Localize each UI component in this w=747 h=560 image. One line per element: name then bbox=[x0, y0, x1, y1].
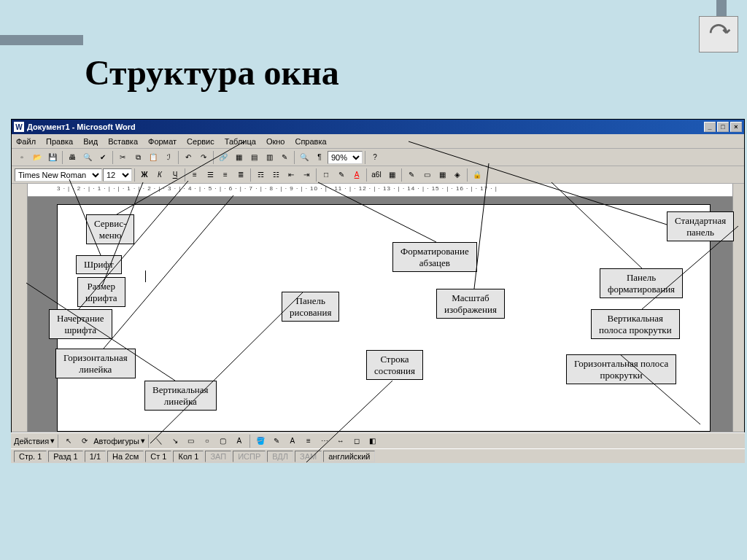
table-icon[interactable]: ▦ bbox=[231, 150, 246, 165]
decoration-bar-h bbox=[0, 35, 83, 45]
align-center-icon[interactable]: ☰ bbox=[203, 168, 217, 182]
extra5-icon[interactable]: ▦ bbox=[435, 168, 449, 182]
actions-button[interactable]: Действия bbox=[14, 437, 49, 446]
status-trk: ИСПР bbox=[233, 451, 266, 462]
save-icon[interactable]: 💾 bbox=[45, 150, 60, 165]
standard-toolbar: ▫ 📂 💾 🖶 🔍 ✔ ✂ ⧉ 📋 ℐ ↶ ↷ 🔗 ▦ ▤ ▥ ✎ 🔍 ¶ 90… bbox=[12, 149, 744, 166]
extra4-icon[interactable]: ▭ bbox=[419, 168, 434, 182]
fill-color-icon[interactable]: 🪣 bbox=[253, 434, 268, 448]
formatting-toolbar: Times New Roman 12 Ж К Ч ≡ ☰ ≡ ≣ ☶ ☷ ⇤ ⇥… bbox=[12, 166, 744, 184]
line-shape-icon[interactable]: ＼ bbox=[152, 434, 166, 448]
vertical-scrollbar[interactable] bbox=[732, 184, 744, 432]
dash-style-icon[interactable]: ⋯ bbox=[317, 434, 332, 448]
menu-tools[interactable]: Сервис bbox=[187, 137, 214, 146]
border-icon[interactable]: □ bbox=[319, 168, 333, 182]
paste-icon[interactable]: 📋 bbox=[146, 150, 160, 165]
preview-icon[interactable]: 🔍 bbox=[80, 150, 95, 165]
menu-help[interactable]: Справка bbox=[295, 137, 326, 146]
drawing-icon[interactable]: ✎ bbox=[277, 150, 292, 165]
extra3-icon[interactable]: ✎ bbox=[404, 168, 419, 182]
underline-button[interactable]: Ч bbox=[168, 168, 182, 182]
print-icon[interactable]: 🖶 bbox=[65, 150, 80, 165]
pointer-icon[interactable]: ↖ bbox=[61, 434, 76, 448]
map-icon[interactable]: 🔍 bbox=[297, 150, 311, 165]
callout-font-style: Начертаниешрифта bbox=[49, 309, 112, 339]
font-color-icon[interactable]: A bbox=[349, 168, 364, 182]
bullet-list-icon[interactable]: ☷ bbox=[268, 168, 283, 182]
status-pages: 1/1 bbox=[85, 451, 106, 462]
extra2-icon[interactable]: ▦ bbox=[384, 168, 399, 182]
status-ext: ВДЛ bbox=[267, 451, 293, 462]
rotate-icon[interactable]: ⟳ bbox=[77, 434, 92, 448]
callout-service-menu: Сервис-меню bbox=[86, 214, 134, 244]
bold-button[interactable]: Ж bbox=[137, 168, 152, 182]
minimize-button[interactable]: _ bbox=[704, 122, 716, 132]
callout-font-size: Размершрифта bbox=[77, 277, 125, 307]
horizontal-ruler[interactable]: 3 · | · 2 · | · 1 · | · | · 1 · | · 2 · … bbox=[28, 184, 732, 197]
undo-icon[interactable]: ↶ bbox=[181, 150, 196, 165]
callout-status-line: Строкасостояния bbox=[366, 350, 423, 380]
indent-icon[interactable]: ⇥ bbox=[299, 168, 314, 182]
redo-icon[interactable]: ↷ bbox=[196, 150, 211, 165]
font-size-select[interactable]: 12 bbox=[103, 168, 132, 182]
vertical-ruler[interactable] bbox=[12, 184, 28, 432]
spell-icon[interactable]: ✔ bbox=[96, 150, 110, 165]
copy-icon[interactable]: ⧉ bbox=[131, 150, 145, 165]
callout-scale: Масштабизображения bbox=[436, 289, 505, 319]
callout-draw-panel: Панельрисования bbox=[282, 292, 339, 322]
arrow-shape-icon[interactable]: ↘ bbox=[168, 434, 182, 448]
justify-icon[interactable]: ≣ bbox=[233, 168, 248, 182]
font-select[interactable]: Times New Roman bbox=[15, 168, 102, 182]
menu-table[interactable]: Таблица bbox=[225, 137, 256, 146]
callout-para-format: Форматированиеабзацев bbox=[392, 242, 477, 272]
menu-file[interactable]: Файл bbox=[16, 137, 36, 146]
highlight-icon[interactable]: ✎ bbox=[334, 168, 349, 182]
excel-icon[interactable]: ▤ bbox=[247, 150, 261, 165]
menu-format[interactable]: Формат bbox=[148, 137, 177, 146]
3d-icon[interactable]: ◧ bbox=[365, 434, 380, 448]
format-painter-icon[interactable]: ℐ bbox=[161, 150, 176, 165]
back-button[interactable] bbox=[699, 16, 738, 52]
columns-icon[interactable]: ▥ bbox=[262, 150, 276, 165]
wordart-icon[interactable]: A bbox=[232, 434, 247, 448]
lock-icon[interactable]: 🔒 bbox=[470, 168, 484, 182]
drawing-toolbar: Действия▾ ↖ ⟳ Автофигуры▾ ＼ ↘ ▭ ○ ▢ A 🪣 … bbox=[11, 432, 745, 448]
outdent-icon[interactable]: ⇤ bbox=[284, 168, 298, 182]
menu-edit[interactable]: Правка bbox=[46, 137, 73, 146]
callout-v-ruler: Вертикальнаялинейка bbox=[144, 381, 217, 411]
textbox-icon[interactable]: ▢ bbox=[216, 434, 231, 448]
extra1-icon[interactable]: a6l bbox=[369, 168, 384, 182]
cut-icon[interactable]: ✂ bbox=[115, 150, 130, 165]
line-color-icon[interactable]: ✎ bbox=[269, 434, 284, 448]
status-lang: английский bbox=[323, 451, 375, 462]
link-icon[interactable]: 🔗 bbox=[216, 150, 231, 165]
menu-view[interactable]: Вид bbox=[83, 137, 98, 146]
zoom-select[interactable]: 90% bbox=[328, 151, 363, 164]
line-style-icon[interactable]: ≡ bbox=[301, 434, 316, 448]
rect-shape-icon[interactable]: ▭ bbox=[184, 434, 198, 448]
arrow-style-icon[interactable]: ↔ bbox=[333, 434, 348, 448]
menu-window[interactable]: Окно bbox=[266, 137, 285, 146]
align-right-icon[interactable]: ≡ bbox=[218, 168, 233, 182]
window-title: Документ1 - Microsoft Word bbox=[27, 122, 136, 131]
numbered-list-icon[interactable]: ☶ bbox=[253, 168, 268, 182]
new-icon[interactable]: ▫ bbox=[15, 150, 29, 165]
oval-shape-icon[interactable]: ○ bbox=[200, 434, 214, 448]
callout-v-scroll: Вертикальнаяполоса прокрутки bbox=[591, 309, 680, 339]
extra6-icon[interactable]: ◈ bbox=[450, 168, 465, 182]
callout-h-ruler: Горизонтальнаялинейка bbox=[55, 349, 136, 378]
text-color-icon[interactable]: A bbox=[285, 434, 300, 448]
pilcrow-icon[interactable]: ¶ bbox=[312, 150, 327, 165]
callout-format-panel: Панельформатирования bbox=[600, 268, 683, 298]
shadow-icon[interactable]: ◻ bbox=[349, 434, 364, 448]
align-left-icon[interactable]: ≡ bbox=[187, 168, 202, 182]
word-app-icon: W bbox=[14, 122, 24, 132]
help-icon[interactable]: ? bbox=[368, 150, 382, 165]
status-col: Кол 1 bbox=[173, 451, 204, 462]
autoshapes-button[interactable]: Автофигуры bbox=[93, 437, 139, 446]
close-button[interactable]: × bbox=[730, 122, 742, 132]
open-icon[interactable]: 📂 bbox=[30, 150, 44, 165]
maximize-button[interactable]: □ bbox=[717, 122, 729, 132]
italic-button[interactable]: К bbox=[152, 168, 167, 182]
menu-insert[interactable]: Вставка bbox=[108, 137, 138, 146]
